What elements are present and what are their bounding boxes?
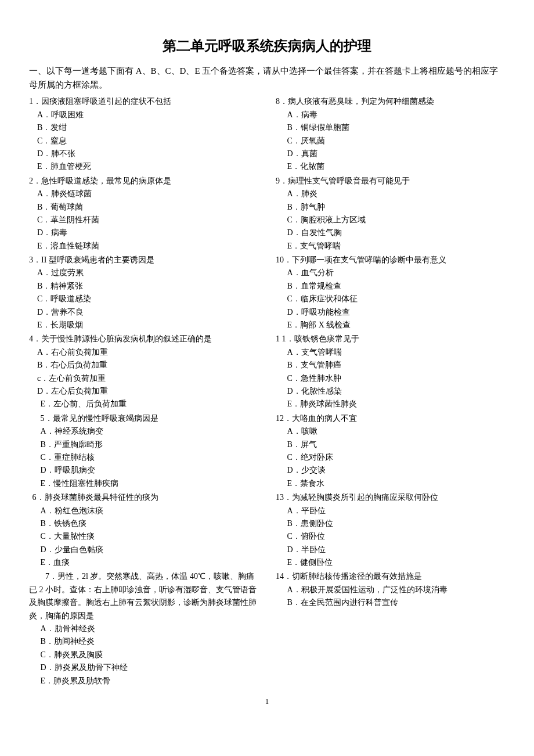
option-a: A．咳嗽 xyxy=(287,425,505,438)
option-a: A．神经系统病变 xyxy=(41,425,258,438)
question-12: 12．大咯血的病人不宜 A．咳嗽 B．屏气 C．绝对卧床 D．少交谈 E．禁食水 xyxy=(276,412,505,490)
option-a: A．肺炎 xyxy=(287,188,505,200)
option-d: D．呼吸功能检查 xyxy=(287,306,505,319)
option-e: E．肺血管梗死 xyxy=(29,160,258,173)
option-c: C．大量脓性痰 xyxy=(41,530,258,543)
option-a: A．过度劳累 xyxy=(29,267,258,279)
option-c: C．重症肺结核 xyxy=(41,451,258,464)
option-b: B．精神紧张 xyxy=(29,280,258,293)
question-14: 14．切断肺结核传播途径的最有效措施是 A．积极开展爱国性运动，广泛性的环境消毒… xyxy=(276,570,505,609)
option-d: D．肺不张 xyxy=(29,147,258,160)
question-stem: 6．肺炎球菌肺炎最具特征性的痰为 xyxy=(33,491,258,504)
option-b: B．发绀 xyxy=(29,121,258,134)
option-c: C．绝对卧床 xyxy=(287,451,505,464)
page-title: 第二单元呼吸系统疾病病人的护理 xyxy=(29,35,505,57)
question-stem: 12．大咯血的病人不宜 xyxy=(276,412,505,425)
option-a: A．呼吸困难 xyxy=(29,109,258,121)
option-d: D．自发性气胸 xyxy=(287,226,505,239)
option-e: E．慢性阻塞性肺疾病 xyxy=(41,477,258,490)
option-b: B．支气管肺癌 xyxy=(287,359,505,372)
option-b: B．严重胸廓畸形 xyxy=(41,438,258,451)
option-d: D．少交谈 xyxy=(287,464,505,477)
option-d: D．呼吸肌病变 xyxy=(41,464,258,477)
question-1: 1．因痰液阻塞呼吸道引起的症状不包括 A．呼吸困难 B．发绀 C．窒息 D．肺不… xyxy=(29,95,258,173)
question-5: 5．最常见的慢性呼吸衰竭病因是 A．神经系统病变 B．严重胸廓畸形 C．重症肺结… xyxy=(29,412,258,490)
question-7: 7．男性，2l 岁。突然寒战、高热，体温 40℃，咳嗽、胸痛已 2 小时。查体：… xyxy=(29,570,258,687)
option-a: A．肋骨神经炎 xyxy=(41,622,258,635)
question-2: 2．急性呼吸道感染，最常见的病原体是 A．肺炎链球菌 B．葡萄球菌 C．革兰阴性… xyxy=(29,175,258,253)
option-d: D．半卧位 xyxy=(287,543,505,556)
question-10: 10．下列哪一项在支气管哮喘的诊断中最有意义 A．血气分析 B．血常规检查 C．… xyxy=(276,254,505,332)
option-d: D．真菌 xyxy=(287,147,505,160)
option-d: D．少量白色黏痰 xyxy=(41,543,258,556)
question-columns: 1．因痰液阻塞呼吸道引起的症状不包括 A．呼吸困难 B．发绀 C．窒息 D．肺不… xyxy=(29,95,505,687)
option-a: A．支气管哮喘 xyxy=(287,346,505,359)
option-b: B．葡萄球菌 xyxy=(29,201,258,214)
option-e: E．肺炎累及肋软骨 xyxy=(41,675,258,687)
option-e: E．血痰 xyxy=(41,556,258,569)
option-b: B．在全民范围内进行科普宣传 xyxy=(287,596,505,609)
question-6: 6．肺炎球菌肺炎最具特征性的痰为 A．粉红色泡沫痰 B．铁锈色痰 C．大量脓性痰… xyxy=(29,491,258,569)
option-a: A．肺炎链球菌 xyxy=(29,188,258,200)
page-number: 1 xyxy=(29,696,505,708)
option-b: B．血常规检查 xyxy=(287,280,505,293)
section-instructions: 一、以下每一道考题下面有 A、B、C、D、E 五个备选答案，请从中选择一个最佳答… xyxy=(29,64,505,92)
option-c: C．革兰阴性杆菌 xyxy=(29,214,258,226)
option-c: C．俯卧位 xyxy=(287,530,505,543)
option-d: D．肺炎累及肋骨下神经 xyxy=(41,661,258,674)
option-e: E．长期吸烟 xyxy=(29,319,258,332)
option-d: D．化脓性感染 xyxy=(287,385,505,398)
option-e: E．溶血性链球菌 xyxy=(29,240,258,253)
question-stem: 2．急性呼吸道感染，最常见的病原体是 xyxy=(29,175,258,188)
option-c: C．呼吸道感染 xyxy=(29,293,258,305)
question-8: 8．病人痰液有恶臭味，判定为何种细菌感染 A．病毒 B．铜绿假单胞菌 C．厌氧菌… xyxy=(276,95,505,173)
question-11: 1 1．咳铁锈色痰常见于 A．支气管哮喘 B．支气管肺癌 C．急性肺水肿 D．化… xyxy=(276,333,505,411)
option-e: E．支气管哮喘 xyxy=(287,240,505,253)
question-9: 9．病理性支气管呼吸音最有可能见于 A．肺炎 B．肺气肿 C．胸腔积液上方区域 … xyxy=(276,175,505,253)
question-stem: 13．为减轻胸膜炎所引起的胸痛应采取何卧位 xyxy=(276,491,505,504)
option-e: E．禁食水 xyxy=(287,477,505,490)
question-stem: 9．病理性支气管呼吸音最有可能见于 xyxy=(276,175,505,188)
question-13: 13．为减轻胸膜炎所引起的胸痛应采取何卧位 A．平卧位 B．患侧卧位 C．俯卧位… xyxy=(276,491,505,569)
option-c: c．左心前负荷加重 xyxy=(29,372,258,385)
option-c: C．肺炎累及胸膜 xyxy=(41,649,258,661)
option-b: B．肋间神经炎 xyxy=(41,635,258,648)
question-stem: 7．男性，2l 岁。突然寒战、高热，体温 40℃，咳嗽、胸痛已 2 小时。查体：… xyxy=(29,570,258,622)
question-3: 3．II 型呼吸衰竭患者的主要诱因是 A．过度劳累 B．精神紧张 C．呼吸道感染… xyxy=(29,254,258,332)
option-e: E．胸部 X 线检查 xyxy=(287,319,505,332)
question-stem: 1 1．咳铁锈色痰常见于 xyxy=(276,333,505,345)
option-d: D．左心后负荷加重 xyxy=(29,385,258,398)
option-b: B．患侧卧位 xyxy=(287,517,505,530)
option-b: B．右心后负荷加重 xyxy=(29,359,258,372)
question-4: 4．关于慢性肺源性心脏病发病机制的叙述正确的是 A．右心前负荷加重 B．右心后负… xyxy=(29,333,258,411)
option-a: A．粉红色泡沫痰 xyxy=(41,505,258,517)
question-stem: 5．最常见的慢性呼吸衰竭病因是 xyxy=(41,412,258,425)
option-e: E．肺炎球菌性肺炎 xyxy=(287,398,505,411)
option-e: E．左心前、后负荷加重 xyxy=(41,398,258,411)
option-c: C．胸腔积液上方区域 xyxy=(287,214,505,226)
option-c: C．急性肺水肿 xyxy=(287,372,505,385)
option-a: A．平卧位 xyxy=(287,505,505,517)
option-a: A．血气分析 xyxy=(287,267,505,279)
question-stem: 4．关于慢性肺源性心脏病发病机制的叙述正确的是 xyxy=(29,333,258,345)
option-e: E．化脓菌 xyxy=(287,160,505,173)
option-a: A．病毒 xyxy=(287,109,505,121)
question-stem: 8．病人痰液有恶臭味，判定为何种细菌感染 xyxy=(276,95,505,108)
option-b: B．肺气肿 xyxy=(287,201,505,214)
option-c: C．窒息 xyxy=(29,135,258,147)
option-c: C．厌氧菌 xyxy=(287,135,505,147)
question-stem: 14．切断肺结核传播途径的最有效措施是 xyxy=(276,570,505,583)
question-stem: 10．下列哪一项在支气管哮喘的诊断中最有意义 xyxy=(276,254,505,267)
option-b: B．铁锈色痰 xyxy=(41,517,258,530)
question-stem: 1．因痰液阻塞呼吸道引起的症状不包括 xyxy=(29,95,258,108)
question-stem: 3．II 型呼吸衰竭患者的主要诱因是 xyxy=(29,254,258,267)
option-a: A．右心前负荷加重 xyxy=(29,346,258,359)
option-a: A．积极开展爱国性运动，广泛性的环境消毒 xyxy=(287,584,505,596)
option-b: B．铜绿假单胞菌 xyxy=(287,121,505,134)
option-d: D．营养不良 xyxy=(29,306,258,319)
option-e: E．健侧卧位 xyxy=(287,556,505,569)
option-b: B．屏气 xyxy=(287,438,505,451)
option-d: D．病毒 xyxy=(29,226,258,239)
option-c: C．临床症状和体征 xyxy=(287,293,505,305)
